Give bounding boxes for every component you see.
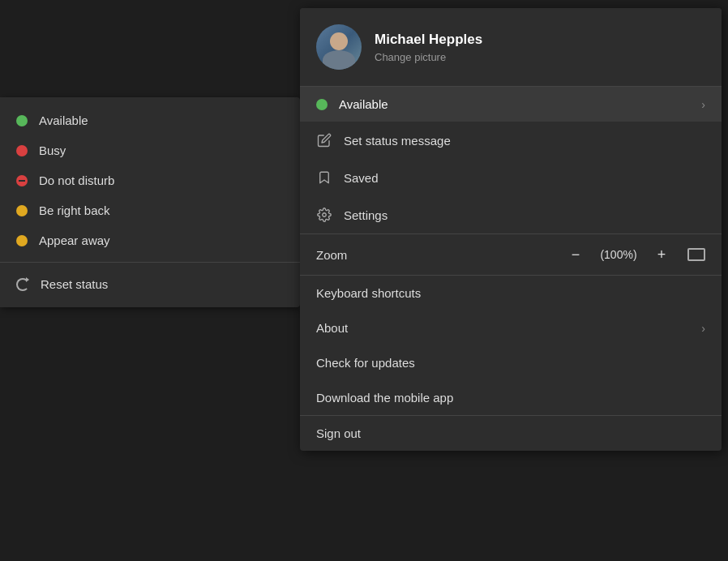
- keyboard-shortcuts-item[interactable]: Keyboard shortcuts: [300, 276, 722, 310]
- status-available[interactable]: Available: [0, 105, 300, 135]
- brb-dot: [16, 205, 28, 216]
- status-appear-away[interactable]: Appear away: [0, 225, 300, 255]
- reset-status-label: Reset status: [41, 277, 108, 291]
- about-item[interactable]: About ›: [300, 310, 722, 345]
- bookmark-svg: [317, 170, 332, 185]
- status-active-dot: [316, 99, 328, 110]
- saved-item[interactable]: Saved: [300, 159, 722, 196]
- zoom-minus-button[interactable]: −: [566, 245, 585, 264]
- status-brb-label: Be right back: [39, 203, 110, 217]
- check-updates-label: Check for updates: [316, 356, 705, 370]
- zoom-controls: − (100%) +: [566, 245, 705, 264]
- away-dot: [16, 235, 28, 246]
- status-do-not-disturb[interactable]: Do not disturb: [0, 165, 300, 195]
- set-status-message-item[interactable]: Set status message: [300, 122, 722, 159]
- zoom-value: (100%): [598, 248, 639, 261]
- avatar-image: [316, 24, 362, 70]
- sign-out-item[interactable]: Sign out: [300, 416, 722, 451]
- set-status-label: Set status message: [344, 134, 705, 148]
- status-busy-label: Busy: [39, 143, 66, 157]
- bookmark-icon: [316, 169, 332, 186]
- avatar[interactable]: [316, 24, 362, 70]
- pencil-icon: [316, 132, 332, 148]
- settings-item[interactable]: Settings: [300, 196, 722, 233]
- status-dnd-label: Do not disturb: [39, 173, 114, 187]
- gear-svg: [317, 208, 332, 222]
- keyboard-shortcuts-label: Keyboard shortcuts: [316, 286, 705, 300]
- reset-icon: [16, 278, 29, 291]
- about-chevron-icon: ›: [701, 322, 705, 335]
- sign-out-section: Sign out: [300, 415, 722, 451]
- pencil-svg: [317, 133, 332, 148]
- current-status-label: Available: [339, 97, 690, 111]
- profile-info: Michael Hepples Change picture: [375, 32, 482, 63]
- zoom-fullscreen-button[interactable]: [687, 248, 705, 261]
- status-available-label: Available: [39, 113, 88, 127]
- status-be-right-back[interactable]: Be right back: [0, 195, 300, 225]
- profile-name: Michael Hepples: [375, 32, 482, 48]
- status-chevron-icon: ›: [701, 98, 705, 111]
- dnd-dot: [16, 175, 28, 186]
- status-divider: [0, 262, 300, 263]
- zoom-section: Zoom − (100%) +: [300, 234, 722, 275]
- available-dot: [16, 115, 28, 126]
- check-updates-item[interactable]: Check for updates: [300, 345, 722, 380]
- main-menu: Michael Hepples Change picture Available…: [300, 8, 722, 451]
- about-label: About: [316, 321, 690, 335]
- svg-point-0: [323, 213, 327, 217]
- status-busy[interactable]: Busy: [0, 135, 300, 165]
- download-mobile-item[interactable]: Download the mobile app: [300, 380, 722, 415]
- reset-status-button[interactable]: Reset status: [0, 269, 300, 299]
- change-picture-link[interactable]: Change picture: [375, 51, 482, 63]
- current-status-item[interactable]: Available ›: [300, 87, 722, 122]
- zoom-label: Zoom: [316, 248, 566, 262]
- zoom-plus-button[interactable]: +: [652, 245, 671, 264]
- download-mobile-label: Download the mobile app: [316, 391, 705, 405]
- profile-section: Michael Hepples Change picture: [300, 8, 722, 86]
- saved-label: Saved: [344, 171, 705, 185]
- busy-dot: [16, 145, 28, 156]
- status-away-label: Appear away: [39, 233, 110, 247]
- sign-out-label: Sign out: [316, 426, 705, 440]
- gear-icon: [316, 207, 332, 223]
- settings-label: Settings: [344, 208, 705, 222]
- status-submenu: Available Busy Do not disturb Be right b…: [0, 97, 300, 307]
